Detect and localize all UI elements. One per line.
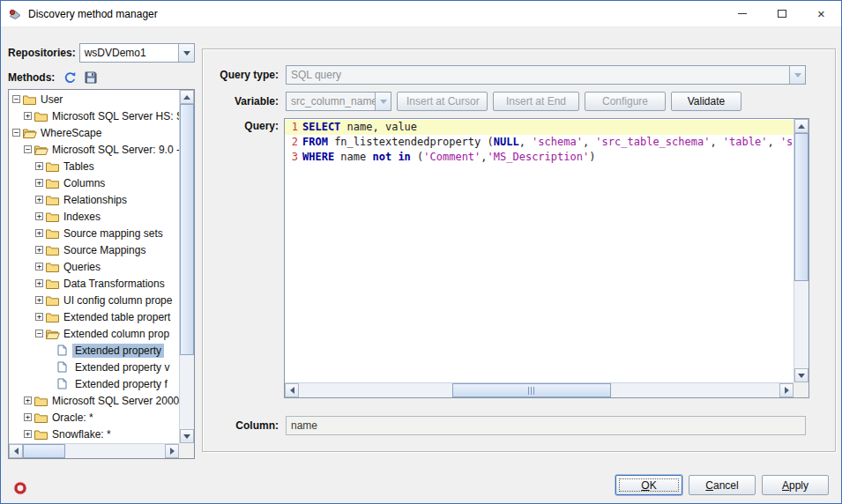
- collapse-icon[interactable]: −: [12, 129, 20, 137]
- tree-item[interactable]: +Source Mappings: [9, 241, 179, 258]
- scroll-up-icon[interactable]: [180, 90, 194, 104]
- discovery-method-manager-dialog: { "window": { "title": "Discovery method…: [0, 0, 842, 504]
- tree-item[interactable]: +Columns: [9, 174, 179, 191]
- apply-button[interactable]: Apply: [762, 475, 829, 495]
- expand-icon[interactable]: +: [35, 279, 43, 287]
- variable-combo[interactable]: src_column_name: [286, 92, 391, 111]
- editor-vscroll-thumb[interactable]: [794, 133, 808, 281]
- expand-icon[interactable]: +: [35, 263, 43, 271]
- tree-item[interactable]: +Extended table propert: [9, 308, 179, 325]
- chevron-down-icon[interactable]: [178, 44, 194, 62]
- tree-item[interactable]: +Oracle: *: [9, 409, 179, 426]
- tree-item-label: Oracle: *: [49, 411, 96, 425]
- configure-button[interactable]: Configure: [585, 92, 666, 111]
- tree-item[interactable]: +Snowflake: *: [9, 426, 179, 442]
- chevron-down-icon[interactable]: [789, 66, 805, 84]
- method-detail-panel: Query type: SQL query Variable: src_colu…: [202, 48, 836, 452]
- tree-hscroll-thumb[interactable]: [23, 444, 65, 458]
- code-line[interactable]: 3WHERE name not in ('Comment','MS_Descri…: [285, 150, 794, 165]
- expand-icon[interactable]: +: [24, 430, 32, 438]
- column-label: Column:: [210, 416, 279, 435]
- folder-open-icon: [23, 128, 38, 138]
- maximize-icon: [778, 10, 786, 18]
- expand-icon[interactable]: +: [24, 413, 32, 421]
- tree-item-label: Tables: [61, 159, 97, 174]
- tree-item[interactable]: +Data Transformations: [9, 275, 179, 292]
- help-ring-icon[interactable]: [13, 481, 27, 495]
- expand-icon[interactable]: +: [35, 246, 43, 254]
- scroll-right-icon[interactable]: [779, 383, 794, 397]
- tree-item[interactable]: −User: [9, 91, 179, 107]
- column-field[interactable]: [286, 416, 806, 435]
- scroll-up-icon[interactable]: [794, 119, 808, 133]
- scroll-down-icon[interactable]: [180, 429, 194, 443]
- save-icon[interactable]: [85, 70, 101, 85]
- tree-item[interactable]: +Indexes: [9, 208, 179, 225]
- tree-item[interactable]: Extended property f: [9, 375, 179, 392]
- expand-icon[interactable]: +: [35, 296, 43, 304]
- code-line[interactable]: 2FROM fn_listextendedproperty (NULL, 'sc…: [285, 135, 794, 150]
- expand-icon[interactable]: +: [35, 229, 43, 237]
- doc-icon: [57, 361, 72, 373]
- cancel-button[interactable]: Cancel: [689, 475, 756, 495]
- tree-item[interactable]: +Source mapping sets: [9, 225, 179, 241]
- app-icon[interactable]: [8, 7, 22, 21]
- tree-item[interactable]: +UI config column prope: [9, 292, 179, 308]
- validate-button[interactable]: Validate: [671, 92, 741, 111]
- tree-vertical-scrollbar[interactable]: [179, 90, 194, 443]
- scroll-right-icon[interactable]: [165, 444, 179, 458]
- tree-item[interactable]: Extended property: [9, 342, 179, 359]
- insert-at-cursor-button[interactable]: Insert at Cursor: [397, 92, 488, 111]
- tree-item-label: Relationships: [61, 193, 130, 207]
- editor-hscroll-thumb[interactable]: [452, 383, 611, 397]
- tree-item-label: Columns: [61, 176, 108, 190]
- collapse-icon[interactable]: −: [24, 145, 32, 153]
- editor-horizontal-scrollbar[interactable]: [285, 382, 794, 397]
- tree-horizontal-scrollbar[interactable]: [9, 443, 179, 458]
- chevron-down-icon[interactable]: [375, 93, 391, 110]
- variable-row: Variable: src_column_name Insert at Curs…: [210, 92, 826, 111]
- tree-item-label: Indexes: [61, 210, 103, 224]
- scroll-left-icon[interactable]: [9, 444, 23, 458]
- query-code: 1SELECT name, value2FROM fn_listextended…: [285, 119, 794, 382]
- tree-vscroll-thumb[interactable]: [180, 104, 194, 355]
- maximize-button[interactable]: [762, 1, 801, 26]
- tree-item[interactable]: +Microsoft SQL Server HS: S: [9, 107, 179, 124]
- tree-item[interactable]: −WhereScape: [9, 124, 179, 141]
- tree-item-label: User: [38, 93, 65, 107]
- insert-at-end-button[interactable]: Insert at End: [493, 92, 579, 111]
- collapse-icon[interactable]: −: [35, 330, 43, 337]
- expand-icon[interactable]: +: [35, 179, 43, 187]
- expand-icon[interactable]: +: [35, 313, 43, 321]
- ok-button[interactable]: OK: [615, 475, 682, 495]
- expand-icon[interactable]: +: [35, 196, 43, 204]
- minimize-button[interactable]: [722, 1, 762, 26]
- code-line[interactable]: 1SELECT name, value: [285, 120, 794, 135]
- tree-item[interactable]: +Tables: [9, 158, 179, 174]
- collapse-icon[interactable]: −: [12, 95, 20, 103]
- expand-icon[interactable]: +: [35, 162, 43, 170]
- refresh-icon[interactable]: [63, 70, 79, 85]
- line-number: 2: [285, 135, 302, 150]
- tree-item[interactable]: −Extended column prop: [9, 325, 179, 342]
- tree-item[interactable]: Extended property v: [9, 359, 179, 375]
- repositories-combo[interactable]: wsDVDemo1: [79, 43, 195, 63]
- scrollbar-corner: [794, 382, 808, 397]
- close-button[interactable]: ×: [801, 1, 841, 26]
- expand-icon[interactable]: +: [24, 397, 32, 404]
- expand-icon[interactable]: +: [35, 212, 43, 220]
- query-editor[interactable]: 1SELECT name, value2FROM fn_listextended…: [284, 118, 809, 398]
- tree-item[interactable]: −Microsoft SQL Server: 9.0 -: [9, 141, 179, 158]
- scroll-down-icon[interactable]: [794, 368, 808, 382]
- expand-icon[interactable]: +: [24, 112, 32, 120]
- tree-item[interactable]: +Relationships: [9, 191, 179, 208]
- scroll-left-icon[interactable]: [285, 383, 299, 397]
- editor-vertical-scrollbar[interactable]: [794, 119, 808, 382]
- folder-icon: [34, 111, 49, 122]
- window-title: Discovery method manager: [28, 8, 158, 20]
- footer-buttons: OKCancelApply: [615, 475, 829, 495]
- variable-value: src_column_name: [287, 95, 375, 107]
- tree-item[interactable]: +Queries: [9, 258, 179, 275]
- query-type-combo[interactable]: SQL query: [286, 65, 806, 85]
- tree-item[interactable]: +Microsoft SQL Server 2000: [9, 392, 179, 409]
